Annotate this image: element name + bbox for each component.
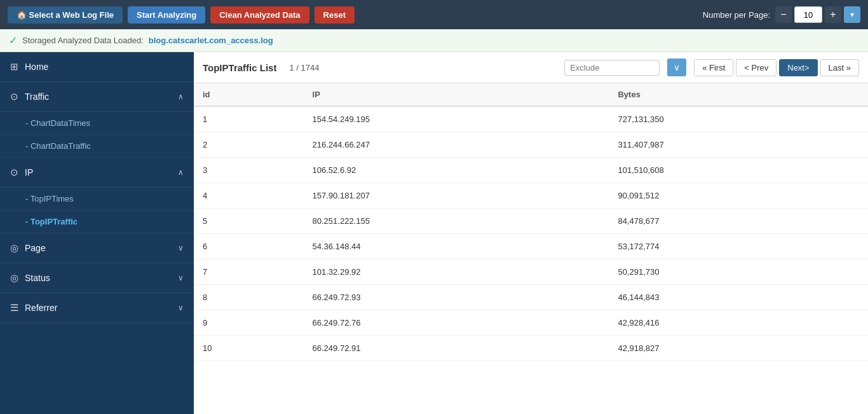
- start-analyzing-button[interactable]: Start Analyzing: [128, 6, 205, 24]
- clean-analyzed-data-button[interactable]: Clean Analyzed Data: [210, 6, 309, 24]
- table-row: 10 66.249.72.91 42,918,827: [194, 336, 868, 361]
- sidebar-item-referrer[interactable]: ☰ Referrer ∨: [0, 293, 194, 323]
- cell-ip: 66.249.72.76: [304, 310, 609, 336]
- sidebar-label-home: Home: [25, 62, 48, 72]
- sidebar-label-referrer: Referrer: [25, 303, 57, 313]
- sidebar-label-status: Status: [25, 273, 50, 283]
- last-page-button[interactable]: Last »: [820, 59, 859, 76]
- sidebar-sub-chart-data-times[interactable]: - ChartDataTimes: [0, 112, 194, 135]
- first-page-button[interactable]: « First: [694, 59, 733, 76]
- table-row: 9 66.249.72.76 42,928,416: [194, 310, 868, 336]
- cell-ip: 66.249.72.93: [304, 285, 609, 310]
- table-row: 8 66.249.72.93 46,144,843: [194, 285, 868, 310]
- pagination-nav: « First < Prev Next> Last »: [694, 59, 859, 76]
- status-check-icon: ✓: [9, 34, 17, 46]
- sidebar-label-page: Page: [25, 243, 46, 253]
- per-page-input[interactable]: [794, 6, 822, 23]
- col-header-id: id: [194, 83, 304, 106]
- cell-bytes: 42,928,416: [609, 310, 868, 336]
- col-header-ip: IP: [304, 83, 609, 106]
- table-row: 3 106.52.6.92 101,510,608: [194, 158, 868, 183]
- cell-ip: 66.249.72.91: [304, 336, 609, 361]
- exclude-dropdown-button[interactable]: ∨: [667, 59, 686, 76]
- referrer-icon: ☰: [10, 302, 18, 314]
- cell-bytes: 50,291,730: [609, 259, 868, 285]
- main-layout: ⊞ Home ⊙ Traffic ∧ - ChartDataTimes - Ch…: [0, 52, 868, 414]
- cell-id: 10: [194, 336, 304, 361]
- sidebar-sub-top-ip-traffic[interactable]: - TopIPTraffic: [0, 210, 194, 233]
- status-chevron-icon: ∨: [178, 273, 184, 282]
- per-page-minus-button[interactable]: −: [775, 6, 792, 23]
- table-row: 2 216.244.66.247 311,407,987: [194, 132, 868, 158]
- sidebar-item-traffic[interactable]: ⊙ Traffic ∧: [0, 82, 194, 112]
- next-page-button[interactable]: Next>: [779, 59, 817, 76]
- referrer-chevron-icon: ∨: [178, 303, 184, 312]
- cell-ip: 80.251.222.155: [304, 209, 609, 234]
- status-bar: ✓ Storaged Analyzed Data Loaded: blog.ca…: [0, 29, 868, 52]
- cell-id: 2: [194, 132, 304, 158]
- page-icon: ◎: [10, 242, 18, 254]
- cell-bytes: 46,144,843: [609, 285, 868, 310]
- cell-id: 3: [194, 158, 304, 183]
- sidebar-sub-chart-data-traffic[interactable]: - ChartDataTraffic: [0, 135, 194, 158]
- sidebar-item-ip[interactable]: ⊙ IP ∧: [0, 158, 194, 188]
- cell-ip: 106.52.6.92: [304, 158, 609, 183]
- cell-bytes: 42,918,827: [609, 336, 868, 361]
- status-filename: blog.catscarlet.com_access.log: [149, 36, 273, 45]
- table-row: 5 80.251.222.155 84,478,677: [194, 209, 868, 234]
- per-page-control: Number per Page: − + ▾: [703, 6, 860, 23]
- traffic-icon: ⊙: [10, 91, 18, 102]
- table-row: 6 54.36.148.44 53,172,774: [194, 234, 868, 259]
- sidebar-label-traffic: Traffic: [25, 92, 49, 102]
- toolbar: 🏠 Select a Web Log File Start Analyzing …: [0, 0, 868, 29]
- sidebar-item-home[interactable]: ⊞ Home: [0, 52, 194, 82]
- cell-bytes: 90,091,512: [609, 183, 868, 209]
- cell-ip: 157.90.181.207: [304, 183, 609, 209]
- ip-chevron-icon: ∧: [178, 168, 184, 177]
- ip-traffic-table: id IP Bytes 1 154.54.249.195 727,131,350…: [194, 83, 868, 361]
- cell-ip: 54.36.148.44: [304, 234, 609, 259]
- cell-id: 5: [194, 209, 304, 234]
- cell-id: 7: [194, 259, 304, 285]
- reset-button[interactable]: Reset: [315, 6, 355, 24]
- per-page-label: Number per Page:: [703, 10, 770, 20]
- sidebar-sub-top-ip-times[interactable]: - TopIPTimes: [0, 188, 194, 210]
- home-icon: ⊞: [10, 61, 18, 72]
- sidebar: ⊞ Home ⊙ Traffic ∧ - ChartDataTimes - Ch…: [0, 52, 194, 414]
- cell-ip: 101.32.29.92: [304, 259, 609, 285]
- status-icon: ◎: [10, 272, 18, 284]
- cell-id: 1: [194, 106, 304, 132]
- ip-icon: ⊙: [10, 167, 18, 178]
- cell-bytes: 311,407,987: [609, 132, 868, 158]
- per-page-plus-button[interactable]: +: [825, 6, 841, 23]
- cell-bytes: 53,172,774: [609, 234, 868, 259]
- cell-id: 4: [194, 183, 304, 209]
- cell-id: 8: [194, 285, 304, 310]
- table-header-row: id IP Bytes: [194, 83, 868, 106]
- per-page-dropdown-button[interactable]: ▾: [844, 6, 860, 23]
- sidebar-label-ip: IP: [25, 167, 33, 177]
- traffic-chevron-icon: ∧: [178, 92, 184, 101]
- sidebar-item-status[interactable]: ◎ Status ∨: [0, 263, 194, 293]
- table-row: 7 101.32.29.92 50,291,730: [194, 259, 868, 285]
- cell-bytes: 84,478,677: [609, 209, 868, 234]
- table-header-bar: TopIPTraffic List 1 / 1744 ∨ « First < P…: [194, 52, 868, 83]
- table-scroll-area: id IP Bytes 1 154.54.249.195 727,131,350…: [194, 83, 868, 414]
- table-row: 4 157.90.181.207 90,091,512: [194, 183, 868, 209]
- table-title: TopIPTraffic List: [203, 62, 276, 73]
- table-row: 1 154.54.249.195 727,131,350: [194, 106, 868, 132]
- cell-ip: 216.244.66.247: [304, 132, 609, 158]
- cell-bytes: 727,131,350: [609, 106, 868, 132]
- cell-id: 9: [194, 310, 304, 336]
- sidebar-item-page[interactable]: ◎ Page ∨: [0, 233, 194, 263]
- cell-ip: 154.54.249.195: [304, 106, 609, 132]
- page-info: 1 / 1744: [289, 63, 319, 72]
- cell-id: 6: [194, 234, 304, 259]
- cell-bytes: 101,510,608: [609, 158, 868, 183]
- select-log-file-button[interactable]: 🏠 Select a Web Log File: [8, 6, 123, 24]
- exclude-input[interactable]: [564, 60, 660, 76]
- prev-page-button[interactable]: < Prev: [736, 59, 776, 76]
- col-header-bytes: Bytes: [609, 83, 868, 106]
- page-chevron-icon: ∨: [178, 244, 184, 252]
- status-text: Storaged Analyzed Data Loaded:: [22, 36, 144, 45]
